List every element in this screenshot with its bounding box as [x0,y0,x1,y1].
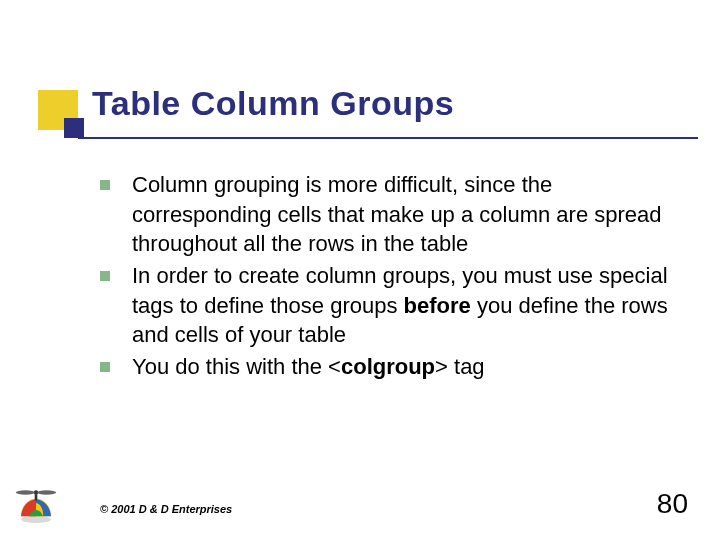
square-bullet-icon [100,271,110,281]
list-item: In order to create column groups, you mu… [100,261,690,350]
content-area: Column grouping is more difficult, since… [100,170,690,384]
svg-rect-1 [35,494,38,500]
title-square-navy [64,118,84,138]
title-underline [78,137,698,139]
copyright-text: © 2001 D & D Enterprises [100,503,232,515]
list-item: You do this with the <colgroup> tag [100,352,690,382]
list-item: Column grouping is more difficult, since… [100,170,690,259]
page-number: 80 [657,488,688,520]
square-bullet-icon [100,362,110,372]
svg-point-0 [21,516,51,523]
square-bullet-icon [100,180,110,190]
svg-point-4 [37,490,56,494]
slide: Table Column Groups Column grouping is m… [0,0,720,540]
list-item-text: You do this with the <colgroup> tag [132,352,690,382]
slide-title: Table Column Groups [92,84,454,123]
list-item-text: Column grouping is more difficult, since… [132,170,690,259]
svg-point-3 [16,490,35,494]
list-item-text: In order to create column groups, you mu… [132,261,690,350]
propeller-hat-icon [14,482,58,526]
